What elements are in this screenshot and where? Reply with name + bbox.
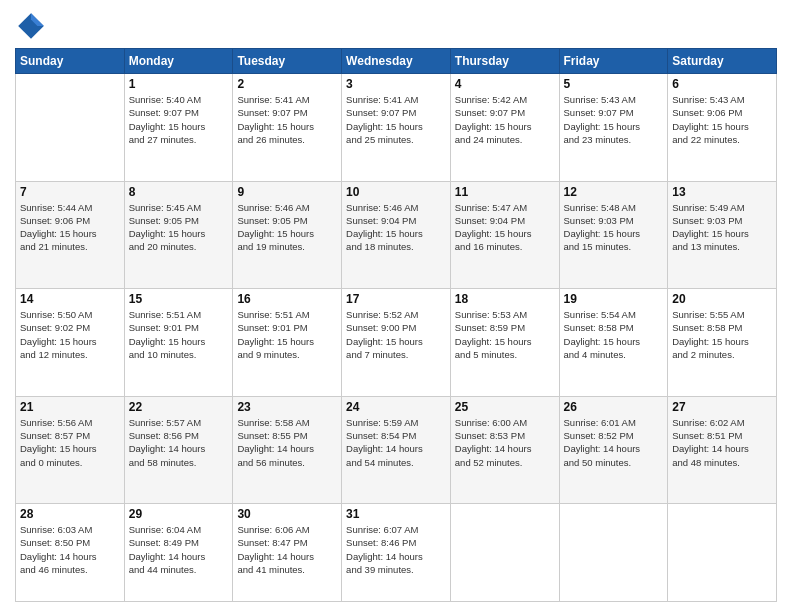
day-info: Sunrise: 5:51 AM Sunset: 9:01 PM Dayligh… — [129, 308, 229, 361]
calendar-cell: 22Sunrise: 5:57 AM Sunset: 8:56 PM Dayli… — [124, 396, 233, 504]
day-number: 15 — [129, 292, 229, 306]
calendar-cell: 18Sunrise: 5:53 AM Sunset: 8:59 PM Dayli… — [450, 289, 559, 397]
day-info: Sunrise: 5:43 AM Sunset: 9:07 PM Dayligh… — [564, 93, 664, 146]
day-info: Sunrise: 5:58 AM Sunset: 8:55 PM Dayligh… — [237, 416, 337, 469]
calendar-cell: 27Sunrise: 6:02 AM Sunset: 8:51 PM Dayli… — [668, 396, 777, 504]
calendar-cell: 25Sunrise: 6:00 AM Sunset: 8:53 PM Dayli… — [450, 396, 559, 504]
day-number: 12 — [564, 185, 664, 199]
day-info: Sunrise: 6:04 AM Sunset: 8:49 PM Dayligh… — [129, 523, 229, 576]
day-info: Sunrise: 6:07 AM Sunset: 8:46 PM Dayligh… — [346, 523, 446, 576]
calendar-cell — [16, 74, 125, 182]
day-info: Sunrise: 5:40 AM Sunset: 9:07 PM Dayligh… — [129, 93, 229, 146]
day-info: Sunrise: 5:45 AM Sunset: 9:05 PM Dayligh… — [129, 201, 229, 254]
calendar-cell: 7Sunrise: 5:44 AM Sunset: 9:06 PM Daylig… — [16, 181, 125, 289]
day-number: 1 — [129, 77, 229, 91]
calendar-row-0: 1Sunrise: 5:40 AM Sunset: 9:07 PM Daylig… — [16, 74, 777, 182]
day-info: Sunrise: 5:52 AM Sunset: 9:00 PM Dayligh… — [346, 308, 446, 361]
day-number: 25 — [455, 400, 555, 414]
day-info: Sunrise: 5:56 AM Sunset: 8:57 PM Dayligh… — [20, 416, 120, 469]
day-number: 18 — [455, 292, 555, 306]
calendar-cell — [668, 504, 777, 602]
day-number: 9 — [237, 185, 337, 199]
day-number: 6 — [672, 77, 772, 91]
calendar-cell — [559, 504, 668, 602]
day-info: Sunrise: 5:51 AM Sunset: 9:01 PM Dayligh… — [237, 308, 337, 361]
weekday-header-saturday: Saturday — [668, 49, 777, 74]
day-info: Sunrise: 5:41 AM Sunset: 9:07 PM Dayligh… — [237, 93, 337, 146]
day-number: 11 — [455, 185, 555, 199]
day-number: 21 — [20, 400, 120, 414]
day-info: Sunrise: 6:02 AM Sunset: 8:51 PM Dayligh… — [672, 416, 772, 469]
day-info: Sunrise: 6:01 AM Sunset: 8:52 PM Dayligh… — [564, 416, 664, 469]
calendar-cell: 9Sunrise: 5:46 AM Sunset: 9:05 PM Daylig… — [233, 181, 342, 289]
weekday-header-tuesday: Tuesday — [233, 49, 342, 74]
calendar-cell: 17Sunrise: 5:52 AM Sunset: 9:00 PM Dayli… — [342, 289, 451, 397]
day-info: Sunrise: 6:06 AM Sunset: 8:47 PM Dayligh… — [237, 523, 337, 576]
calendar-cell: 21Sunrise: 5:56 AM Sunset: 8:57 PM Dayli… — [16, 396, 125, 504]
calendar-cell: 14Sunrise: 5:50 AM Sunset: 9:02 PM Dayli… — [16, 289, 125, 397]
day-info: Sunrise: 5:49 AM Sunset: 9:03 PM Dayligh… — [672, 201, 772, 254]
day-info: Sunrise: 5:46 AM Sunset: 9:05 PM Dayligh… — [237, 201, 337, 254]
day-info: Sunrise: 5:55 AM Sunset: 8:58 PM Dayligh… — [672, 308, 772, 361]
calendar-cell: 4Sunrise: 5:42 AM Sunset: 9:07 PM Daylig… — [450, 74, 559, 182]
day-number: 27 — [672, 400, 772, 414]
day-info: Sunrise: 5:44 AM Sunset: 9:06 PM Dayligh… — [20, 201, 120, 254]
calendar-cell: 23Sunrise: 5:58 AM Sunset: 8:55 PM Dayli… — [233, 396, 342, 504]
day-info: Sunrise: 5:41 AM Sunset: 9:07 PM Dayligh… — [346, 93, 446, 146]
day-number: 7 — [20, 185, 120, 199]
day-info: Sunrise: 5:57 AM Sunset: 8:56 PM Dayligh… — [129, 416, 229, 469]
day-info: Sunrise: 5:46 AM Sunset: 9:04 PM Dayligh… — [346, 201, 446, 254]
day-number: 31 — [346, 507, 446, 521]
day-info: Sunrise: 5:54 AM Sunset: 8:58 PM Dayligh… — [564, 308, 664, 361]
day-number: 3 — [346, 77, 446, 91]
day-number: 29 — [129, 507, 229, 521]
day-info: Sunrise: 5:48 AM Sunset: 9:03 PM Dayligh… — [564, 201, 664, 254]
page: SundayMondayTuesdayWednesdayThursdayFrid… — [0, 0, 792, 612]
calendar-cell: 24Sunrise: 5:59 AM Sunset: 8:54 PM Dayli… — [342, 396, 451, 504]
day-number: 23 — [237, 400, 337, 414]
day-info: Sunrise: 5:42 AM Sunset: 9:07 PM Dayligh… — [455, 93, 555, 146]
day-number: 14 — [20, 292, 120, 306]
logo — [15, 10, 51, 42]
calendar-cell: 26Sunrise: 6:01 AM Sunset: 8:52 PM Dayli… — [559, 396, 668, 504]
calendar-row-3: 21Sunrise: 5:56 AM Sunset: 8:57 PM Dayli… — [16, 396, 777, 504]
weekday-header-sunday: Sunday — [16, 49, 125, 74]
day-info: Sunrise: 5:50 AM Sunset: 9:02 PM Dayligh… — [20, 308, 120, 361]
calendar-row-4: 28Sunrise: 6:03 AM Sunset: 8:50 PM Dayli… — [16, 504, 777, 602]
calendar-row-1: 7Sunrise: 5:44 AM Sunset: 9:06 PM Daylig… — [16, 181, 777, 289]
day-info: Sunrise: 6:03 AM Sunset: 8:50 PM Dayligh… — [20, 523, 120, 576]
day-number: 16 — [237, 292, 337, 306]
calendar-cell: 30Sunrise: 6:06 AM Sunset: 8:47 PM Dayli… — [233, 504, 342, 602]
day-info: Sunrise: 5:43 AM Sunset: 9:06 PM Dayligh… — [672, 93, 772, 146]
header — [15, 10, 777, 42]
day-number: 8 — [129, 185, 229, 199]
calendar-cell: 20Sunrise: 5:55 AM Sunset: 8:58 PM Dayli… — [668, 289, 777, 397]
logo-icon — [15, 10, 47, 42]
day-number: 10 — [346, 185, 446, 199]
day-number: 19 — [564, 292, 664, 306]
calendar-cell: 1Sunrise: 5:40 AM Sunset: 9:07 PM Daylig… — [124, 74, 233, 182]
day-number: 2 — [237, 77, 337, 91]
calendar-cell: 28Sunrise: 6:03 AM Sunset: 8:50 PM Dayli… — [16, 504, 125, 602]
calendar-cell: 31Sunrise: 6:07 AM Sunset: 8:46 PM Dayli… — [342, 504, 451, 602]
calendar-table: SundayMondayTuesdayWednesdayThursdayFrid… — [15, 48, 777, 602]
calendar-cell — [450, 504, 559, 602]
day-number: 26 — [564, 400, 664, 414]
weekday-header-thursday: Thursday — [450, 49, 559, 74]
day-number: 24 — [346, 400, 446, 414]
weekday-header-monday: Monday — [124, 49, 233, 74]
calendar-cell: 16Sunrise: 5:51 AM Sunset: 9:01 PM Dayli… — [233, 289, 342, 397]
day-number: 13 — [672, 185, 772, 199]
calendar-cell: 2Sunrise: 5:41 AM Sunset: 9:07 PM Daylig… — [233, 74, 342, 182]
day-info: Sunrise: 5:47 AM Sunset: 9:04 PM Dayligh… — [455, 201, 555, 254]
day-number: 28 — [20, 507, 120, 521]
day-number: 20 — [672, 292, 772, 306]
calendar-cell: 10Sunrise: 5:46 AM Sunset: 9:04 PM Dayli… — [342, 181, 451, 289]
calendar-cell: 11Sunrise: 5:47 AM Sunset: 9:04 PM Dayli… — [450, 181, 559, 289]
day-number: 4 — [455, 77, 555, 91]
calendar-row-2: 14Sunrise: 5:50 AM Sunset: 9:02 PM Dayli… — [16, 289, 777, 397]
day-number: 17 — [346, 292, 446, 306]
calendar-cell: 5Sunrise: 5:43 AM Sunset: 9:07 PM Daylig… — [559, 74, 668, 182]
day-number: 5 — [564, 77, 664, 91]
calendar-cell: 29Sunrise: 6:04 AM Sunset: 8:49 PM Dayli… — [124, 504, 233, 602]
